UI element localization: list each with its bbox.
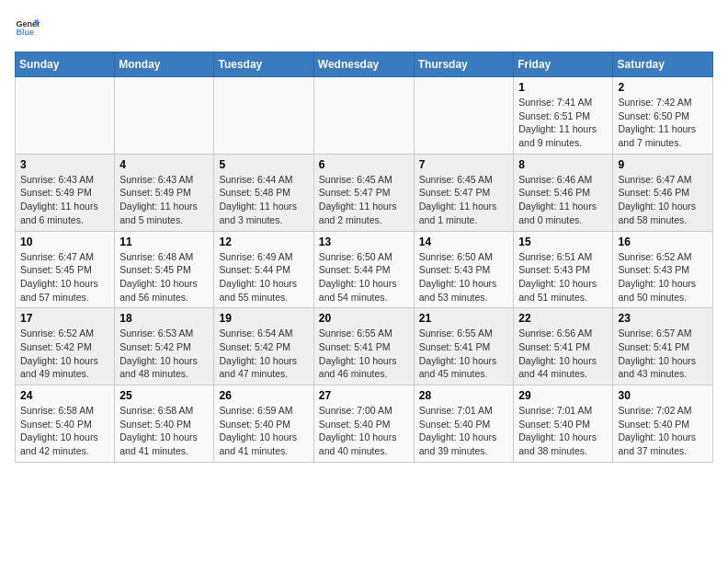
- header-cell-saturday: Saturday: [613, 52, 713, 77]
- day-cell: 7Sunrise: 6:45 AM Sunset: 5:47 PM Daylig…: [414, 154, 514, 231]
- day-number: 25: [119, 389, 209, 402]
- day-number: 4: [119, 158, 209, 171]
- day-cell: [414, 77, 514, 155]
- calendar-table: SundayMondayTuesdayWednesdayThursdayFrid…: [15, 52, 713, 463]
- day-cell: 1Sunrise: 7:41 AM Sunset: 6:51 PM Daylig…: [514, 77, 613, 155]
- day-cell: 30Sunrise: 7:02 AM Sunset: 5:40 PM Dayli…: [613, 385, 713, 463]
- day-info: Sunrise: 6:45 AM Sunset: 5:47 PM Dayligh…: [419, 173, 509, 227]
- day-number: 26: [219, 389, 308, 402]
- day-info: Sunrise: 6:51 AM Sunset: 5:43 PM Dayligh…: [518, 250, 608, 304]
- day-number: 20: [319, 312, 409, 325]
- day-info: Sunrise: 6:55 AM Sunset: 5:41 PM Dayligh…: [419, 327, 509, 381]
- day-info: Sunrise: 7:01 AM Sunset: 5:40 PM Dayligh…: [419, 404, 509, 458]
- week-row: 1Sunrise: 7:41 AM Sunset: 6:51 PM Daylig…: [16, 77, 713, 155]
- day-cell: 3Sunrise: 6:43 AM Sunset: 5:49 PM Daylig…: [16, 154, 115, 231]
- day-cell: [115, 77, 214, 155]
- day-cell: 28Sunrise: 7:01 AM Sunset: 5:40 PM Dayli…: [414, 385, 514, 463]
- week-row: 3Sunrise: 6:43 AM Sunset: 5:49 PM Daylig…: [16, 154, 713, 231]
- header-cell-thursday: Thursday: [414, 52, 514, 77]
- day-info: Sunrise: 6:58 AM Sunset: 5:40 PM Dayligh…: [119, 404, 209, 458]
- day-cell: 12Sunrise: 6:49 AM Sunset: 5:44 PM Dayli…: [214, 231, 313, 308]
- day-cell: [313, 77, 414, 155]
- day-cell: 21Sunrise: 6:55 AM Sunset: 5:41 PM Dayli…: [414, 308, 514, 385]
- day-info: Sunrise: 6:48 AM Sunset: 5:45 PM Dayligh…: [119, 250, 209, 304]
- day-info: Sunrise: 6:49 AM Sunset: 5:44 PM Dayligh…: [219, 250, 308, 304]
- day-cell: 11Sunrise: 6:48 AM Sunset: 5:45 PM Dayli…: [115, 231, 214, 308]
- day-cell: 17Sunrise: 6:52 AM Sunset: 5:42 PM Dayli…: [16, 308, 115, 385]
- day-cell: 10Sunrise: 6:47 AM Sunset: 5:45 PM Dayli…: [16, 231, 115, 308]
- header-row: SundayMondayTuesdayWednesdayThursdayFrid…: [16, 52, 713, 77]
- day-number: 5: [219, 158, 308, 171]
- header-cell-monday: Monday: [115, 52, 214, 77]
- day-number: 1: [518, 81, 608, 94]
- day-cell: 2Sunrise: 7:42 AM Sunset: 6:50 PM Daylig…: [613, 77, 713, 155]
- day-cell: [214, 77, 313, 155]
- day-info: Sunrise: 7:42 AM Sunset: 6:50 PM Dayligh…: [618, 96, 708, 150]
- day-info: Sunrise: 6:47 AM Sunset: 5:46 PM Dayligh…: [618, 173, 708, 227]
- day-cell: 25Sunrise: 6:58 AM Sunset: 5:40 PM Dayli…: [115, 385, 214, 463]
- day-info: Sunrise: 7:41 AM Sunset: 6:51 PM Dayligh…: [518, 96, 608, 150]
- header-cell-tuesday: Tuesday: [214, 52, 313, 77]
- calendar-header: SundayMondayTuesdayWednesdayThursdayFrid…: [16, 52, 713, 77]
- day-number: 23: [618, 312, 708, 325]
- day-info: Sunrise: 6:44 AM Sunset: 5:48 PM Dayligh…: [219, 173, 308, 227]
- calendar-body: 1Sunrise: 7:41 AM Sunset: 6:51 PM Daylig…: [16, 77, 713, 463]
- day-cell: 4Sunrise: 6:43 AM Sunset: 5:49 PM Daylig…: [115, 154, 214, 231]
- day-info: Sunrise: 7:02 AM Sunset: 5:40 PM Dayligh…: [618, 404, 708, 458]
- header-cell-sunday: Sunday: [16, 52, 115, 77]
- day-cell: 20Sunrise: 6:55 AM Sunset: 5:41 PM Dayli…: [313, 308, 414, 385]
- day-cell: 15Sunrise: 6:51 AM Sunset: 5:43 PM Dayli…: [514, 231, 613, 308]
- day-cell: 13Sunrise: 6:50 AM Sunset: 5:44 PM Dayli…: [313, 231, 414, 308]
- day-number: 22: [518, 312, 608, 325]
- day-cell: 18Sunrise: 6:53 AM Sunset: 5:42 PM Dayli…: [115, 308, 214, 385]
- day-info: Sunrise: 6:43 AM Sunset: 5:49 PM Dayligh…: [119, 173, 209, 227]
- day-info: Sunrise: 6:52 AM Sunset: 5:43 PM Dayligh…: [618, 250, 708, 304]
- day-info: Sunrise: 6:45 AM Sunset: 5:47 PM Dayligh…: [319, 173, 409, 227]
- week-row: 10Sunrise: 6:47 AM Sunset: 5:45 PM Dayli…: [16, 231, 713, 308]
- day-number: 27: [319, 389, 409, 402]
- day-info: Sunrise: 6:52 AM Sunset: 5:42 PM Dayligh…: [20, 327, 109, 381]
- day-info: Sunrise: 7:01 AM Sunset: 5:40 PM Dayligh…: [518, 404, 608, 458]
- day-number: 11: [119, 236, 209, 248]
- day-number: 9: [618, 158, 708, 171]
- day-number: 2: [618, 81, 708, 94]
- day-number: 28: [419, 389, 509, 402]
- day-cell: 6Sunrise: 6:45 AM Sunset: 5:47 PM Daylig…: [313, 154, 414, 231]
- day-number: 8: [518, 158, 608, 171]
- day-info: Sunrise: 6:58 AM Sunset: 5:40 PM Dayligh…: [20, 404, 109, 458]
- svg-text:Blue: Blue: [16, 28, 34, 37]
- day-number: 13: [319, 236, 409, 248]
- day-info: Sunrise: 6:56 AM Sunset: 5:41 PM Dayligh…: [518, 327, 608, 381]
- day-cell: 26Sunrise: 6:59 AM Sunset: 5:40 PM Dayli…: [214, 385, 313, 463]
- day-number: 18: [119, 312, 209, 325]
- day-cell: [16, 77, 115, 155]
- day-number: 17: [20, 312, 109, 325]
- day-cell: 27Sunrise: 7:00 AM Sunset: 5:40 PM Dayli…: [313, 385, 414, 463]
- day-number: 29: [518, 389, 608, 402]
- day-cell: 23Sunrise: 6:57 AM Sunset: 5:41 PM Dayli…: [613, 308, 713, 385]
- day-cell: 29Sunrise: 7:01 AM Sunset: 5:40 PM Dayli…: [514, 385, 613, 463]
- day-number: 6: [319, 158, 409, 171]
- day-cell: 5Sunrise: 6:44 AM Sunset: 5:48 PM Daylig…: [214, 154, 313, 231]
- day-number: 10: [20, 236, 109, 248]
- day-number: 7: [419, 158, 509, 171]
- logo-icon: General Blue: [15, 15, 40, 40]
- day-info: Sunrise: 6:47 AM Sunset: 5:45 PM Dayligh…: [20, 250, 109, 304]
- day-info: Sunrise: 6:43 AM Sunset: 5:49 PM Dayligh…: [20, 173, 109, 227]
- day-number: 30: [618, 389, 708, 402]
- day-info: Sunrise: 6:53 AM Sunset: 5:42 PM Dayligh…: [119, 327, 209, 381]
- day-number: 3: [20, 158, 109, 171]
- day-cell: 8Sunrise: 6:46 AM Sunset: 5:46 PM Daylig…: [514, 154, 613, 231]
- page-header: General Blue: [15, 15, 713, 40]
- day-cell: 22Sunrise: 6:56 AM Sunset: 5:41 PM Dayli…: [514, 308, 613, 385]
- day-info: Sunrise: 6:54 AM Sunset: 5:42 PM Dayligh…: [219, 327, 308, 381]
- week-row: 24Sunrise: 6:58 AM Sunset: 5:40 PM Dayli…: [16, 385, 713, 463]
- day-info: Sunrise: 6:59 AM Sunset: 5:40 PM Dayligh…: [219, 404, 308, 458]
- day-info: Sunrise: 6:57 AM Sunset: 5:41 PM Dayligh…: [618, 327, 708, 381]
- day-cell: 16Sunrise: 6:52 AM Sunset: 5:43 PM Dayli…: [613, 231, 713, 308]
- day-cell: 19Sunrise: 6:54 AM Sunset: 5:42 PM Dayli…: [214, 308, 313, 385]
- day-number: 12: [219, 236, 308, 248]
- day-cell: 14Sunrise: 6:50 AM Sunset: 5:43 PM Dayli…: [414, 231, 514, 308]
- day-number: 15: [518, 236, 608, 248]
- day-cell: 24Sunrise: 6:58 AM Sunset: 5:40 PM Dayli…: [16, 385, 115, 463]
